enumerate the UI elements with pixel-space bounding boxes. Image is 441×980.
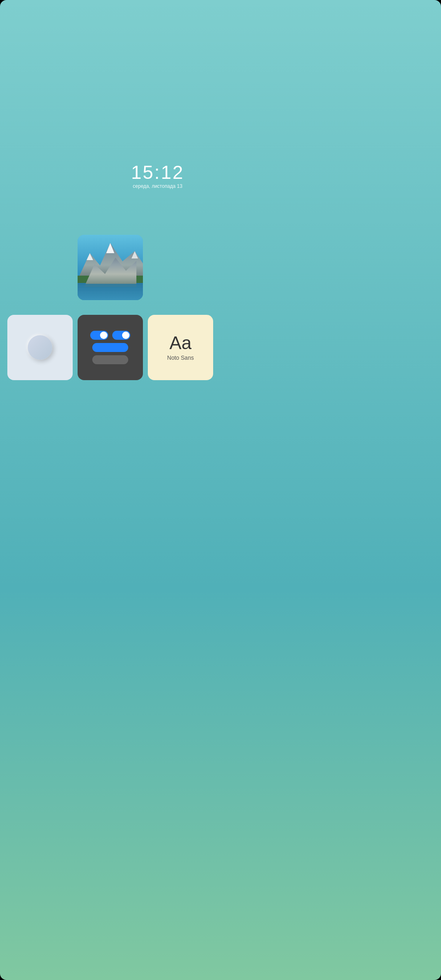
svg-rect-32 — [78, 276, 143, 283]
toggle-1 — [90, 331, 108, 340]
lockscreen-time: 15:12 — [131, 161, 184, 183]
lockscreen-date: середа, листопада 13 — [133, 183, 182, 189]
animation-item[interactable]: Швидкість ан... — [7, 315, 73, 389]
row-2: Фоновий мал... 15:12 середа, листопада 1 — [7, 130, 213, 229]
animation-knob — [28, 335, 52, 360]
font-card: Aa Noto Sans — [148, 315, 213, 380]
colors-item[interactable]: Кольори та фі... — [78, 315, 143, 389]
toggle-dot-1 — [100, 332, 107, 339]
lockscreen-item[interactable]: 15:12 середа, листопада 13 Показати крок… — [102, 130, 213, 229]
toggle-dot-2 — [122, 332, 129, 339]
daily-wallpaper-item[interactable]: Daily Wallpaper — [78, 235, 143, 309]
colors-card — [78, 315, 143, 380]
toggle-bar-2 — [92, 355, 128, 364]
toggle-bar-1 — [92, 343, 128, 352]
animation-card — [7, 315, 73, 380]
toggle-2 — [112, 331, 130, 340]
lockscreen-card: 15:12 середа, листопада 13 — [102, 130, 213, 220]
font-item[interactable]: Aa Noto Sans Шрифт — [148, 315, 213, 389]
font-name: Noto Sans — [167, 354, 194, 361]
svg-rect-33 — [78, 283, 143, 300]
font-letters: Aa — [169, 334, 192, 352]
daily-wallpaper-card — [78, 235, 143, 300]
toggle-row-1 — [90, 331, 130, 340]
content-area: Теми Nubia Classic — [0, 39, 220, 389]
row-4: Швидкість ан... Кольори та фі... — [7, 315, 213, 389]
